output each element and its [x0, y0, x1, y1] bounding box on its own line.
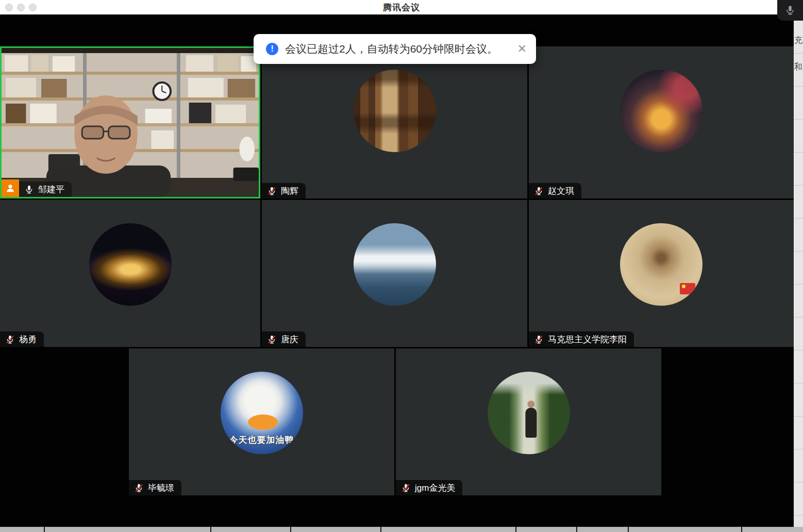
video-tile-zoujianping[interactable]: 邹建平 [0, 46, 260, 198]
participant-name-tag: 赵文琪 [529, 183, 581, 198]
participant-name: 邹建平 [38, 184, 64, 195]
china-flag [680, 283, 695, 294]
presenter-badge [2, 179, 19, 197]
meeting-grid: ! 会议已超过2人，自动转为60分钟限时会议。 ✕ [0, 15, 794, 527]
meeting-limit-banner: ! 会议已超过2人，自动转为60分钟限时会议。 ✕ [254, 34, 536, 64]
system-mic-button[interactable] [777, 0, 803, 21]
window-titlebar: 腾讯会议 [0, 0, 803, 15]
participant-name: 陶辉 [281, 185, 298, 197]
desktop-edge [0, 527, 803, 532]
avatar [354, 223, 436, 306]
avatar: 今天也要加油鸭 [221, 372, 303, 454]
participant-name-tag: 陶辉 [262, 183, 306, 198]
muted-mic-icon [267, 335, 277, 344]
muted-mic-icon [267, 186, 277, 196]
person-icon [5, 182, 16, 194]
avatar [488, 372, 570, 454]
participant-name-tag: jgm金光美 [396, 480, 462, 495]
participant-name: 毕毓璟 [148, 482, 174, 494]
video-tile-jgm[interactable]: jgm金光美 [396, 348, 661, 495]
info-icon: ! [266, 43, 278, 55]
avatar [620, 223, 702, 306]
participant-name: 马克思主义学院李阳 [548, 334, 627, 345]
participant-name: 唐庆 [281, 334, 298, 345]
live-video [2, 48, 259, 197]
participant-name-tag: 毕毓璟 [129, 480, 181, 495]
participant-name-tag: 杨勇 [0, 331, 44, 347]
participant-name: 赵文琪 [548, 185, 574, 197]
muted-mic-icon [534, 335, 544, 344]
participant-name-tag: 马克思主义学院李阳 [529, 331, 634, 347]
mic-icon [24, 185, 34, 194]
banner-close-icon[interactable]: ✕ [517, 43, 527, 55]
window-title: 腾讯会议 [0, 2, 803, 13]
participant-name-tag: 唐庆 [262, 331, 306, 347]
muted-mic-icon [401, 483, 411, 493]
avatar [89, 223, 172, 306]
person-figure [525, 408, 537, 438]
video-tile-zhaowenqi[interactable]: 赵文琪 [529, 46, 794, 198]
background-window-edge: 充 和 [794, 21, 803, 527]
background-window-text: 和 [794, 62, 802, 73]
video-tile-tangqing[interactable]: 唐庆 [262, 200, 527, 347]
video-tile-yangyong[interactable]: 杨勇 [0, 200, 260, 347]
participant-name: 杨勇 [19, 334, 37, 345]
microphone-icon [784, 5, 796, 16]
participant-name: jgm金光美 [415, 482, 455, 494]
participant-name-tag: 邹建平 [19, 181, 72, 197]
video-tile-taohui[interactable]: 陶辉 [262, 46, 527, 198]
background-window-text: 充 [794, 35, 802, 46]
duck-beak [248, 414, 278, 430]
muted-mic-icon [5, 335, 15, 344]
avatar-caption: 今天也要加油鸭 [221, 434, 303, 446]
avatar [620, 70, 702, 152]
muted-mic-icon [134, 483, 144, 493]
video-tile-liyang[interactable]: 马克思主义学院李阳 [529, 200, 794, 347]
video-tile-biyujing[interactable]: 今天也要加油鸭 毕毓璟 [129, 348, 394, 495]
screen: 腾讯会议 充 和 ! 会议已超过2人，自动转为60分钟限时会议。 ✕ [0, 0, 803, 532]
muted-mic-icon [534, 186, 544, 196]
banner-text: 会议已超过2人，自动转为60分钟限时会议。 [285, 42, 498, 56]
avatar [354, 70, 436, 152]
